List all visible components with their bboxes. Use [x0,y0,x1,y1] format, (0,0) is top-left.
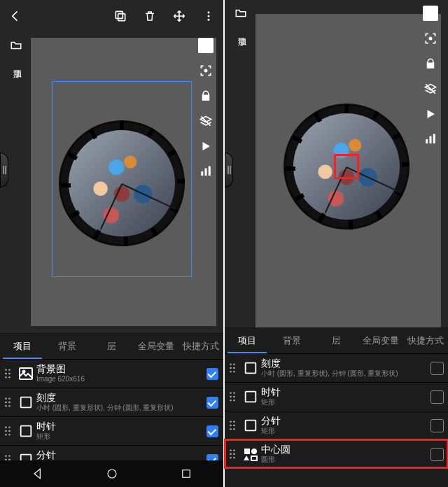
play-icon[interactable] [423,106,438,122]
center-highlight [334,154,359,179]
svg-rect-12 [21,397,31,408]
layers-off-icon[interactable] [423,81,438,97]
play-icon[interactable] [198,139,214,154]
equalizer-icon[interactable] [423,132,438,147]
layer-type-icon [240,444,261,465]
layer-row[interactable]: 背景图Image 620x616 [0,359,223,388]
layer-checkbox[interactable] [201,425,223,437]
preview-canvas[interactable] [31,38,216,326]
tab-2[interactable]: 层 [90,334,134,359]
layer-row[interactable]: 时针矩形 [225,382,448,411]
tab-4[interactable]: 快捷方式 [403,328,448,353]
copy-button[interactable] [106,0,135,32]
layer-type-icon [240,386,261,407]
swatch-icon[interactable] [198,38,214,53]
svg-point-15 [108,470,116,478]
layer-row[interactable]: 时针矩形 [0,416,223,445]
layer-subtitle: 矩形 [261,398,426,407]
layer-row[interactable]: 刻度小时 (圆形, 重复形状), 分钟 (圆形, 重复形状) [225,353,448,382]
layer-type-icon [15,421,36,442]
layer-text: 刻度小时 (圆形, 重复形状), 分钟 (圆形, 重复形状) [36,393,201,411]
tab-3[interactable]: 全局变量 [134,334,178,359]
svg-rect-19 [426,139,428,143]
left-tool-rail: 添加项 [4,38,28,63]
preview-canvas[interactable] [255,14,441,327]
layer-subtitle: 小时 (圆形, 重复形状), 分钟 (圆形, 重复形状) [36,404,201,412]
svg-point-3 [208,15,210,17]
tab-1[interactable]: 背景 [270,328,314,353]
tab-1[interactable]: 背景 [45,334,90,359]
layer-checkbox[interactable] [201,397,223,409]
drawer-handle[interactable] [0,153,8,188]
layer-checkbox[interactable] [201,368,223,380]
tab-3[interactable]: 全局变量 [358,328,403,353]
tab-0[interactable]: 项目 [0,334,45,359]
svg-point-26 [251,449,257,454]
focus-icon[interactable] [423,31,438,46]
tab-4[interactable]: 快捷方式 [178,334,223,359]
svg-rect-7 [201,171,203,176]
top-toolbar [0,0,223,32]
layer-subtitle: 圆形 [261,456,426,464]
layer-text: 时针矩形 [36,421,201,440]
drag-handle-icon[interactable] [225,449,240,460]
svg-rect-22 [246,363,256,374]
layer-row[interactable]: 中心圆圆形 [225,439,448,468]
svg-rect-20 [430,136,432,144]
svg-rect-21 [433,134,435,144]
svg-rect-13 [21,426,31,437]
folder-icon[interactable] [8,38,24,53]
svg-rect-6 [203,95,209,101]
layer-list: 背景图Image 620x616刻度小时 (圆形, 重复形状), 分钟 (圆形,… [0,359,223,474]
svg-rect-23 [246,392,256,402]
layer-type-icon [15,363,36,384]
swatch-icon[interactable] [423,6,438,21]
tab-bar: 项目背景层全局变量快捷方式 [0,333,223,359]
drag-handle-icon[interactable] [225,362,240,374]
tab-2[interactable]: 层 [314,328,359,353]
drag-handle-icon[interactable] [0,425,15,437]
lock-icon[interactable] [423,56,438,71]
equalizer-icon[interactable] [198,164,214,179]
layer-subtitle: 矩形 [261,427,426,435]
layer-row[interactable]: 分针矩形 [225,411,448,439]
drag-handle-icon[interactable] [0,397,15,408]
layer-checkbox[interactable] [426,390,448,404]
drag-handle-icon[interactable] [225,420,240,431]
svg-rect-25 [244,449,250,454]
nav-back-button[interactable] [31,467,45,481]
tab-bar: 项目背景层全局变量快捷方式 [225,327,448,353]
layer-name: 分针 [261,416,426,426]
layer-row[interactable]: 刻度小时 (圆形, 重复形状), 分钟 (圆形, 重复形状) [0,388,223,416]
layer-checkbox[interactable] [426,419,448,432]
lock-icon[interactable] [198,88,214,104]
clock-face[interactable] [59,120,185,246]
svg-rect-24 [246,421,256,431]
svg-point-17 [429,37,431,39]
layer-type-icon [240,415,261,436]
svg-point-2 [208,11,210,13]
layer-name: 时针 [261,387,426,397]
layer-text: 分针矩形 [261,416,426,435]
drawer-handle[interactable] [225,153,233,188]
folder-icon[interactable] [233,6,248,21]
layer-checkbox[interactable] [426,448,448,461]
drag-handle-icon[interactable] [0,368,15,379]
delete-button[interactable] [135,0,164,32]
layer-checkbox[interactable] [426,362,448,375]
overflow-menu-button[interactable] [194,0,223,32]
layers-off-icon[interactable] [198,113,214,129]
tab-0[interactable]: 项目 [225,328,270,353]
nav-recent-button[interactable] [180,467,192,480]
move-button[interactable] [164,0,194,32]
drag-handle-icon[interactable] [225,391,240,402]
back-button[interactable] [0,0,31,32]
layer-name: 刻度 [36,393,201,403]
layer-text: 背景图Image 620x616 [36,364,201,383]
nav-home-button[interactable] [106,467,118,480]
focus-icon[interactable] [198,63,214,78]
svg-rect-8 [205,169,207,176]
svg-rect-9 [209,167,211,176]
layer-name: 中心圆 [261,444,426,455]
right-tool-rail [419,6,442,147]
